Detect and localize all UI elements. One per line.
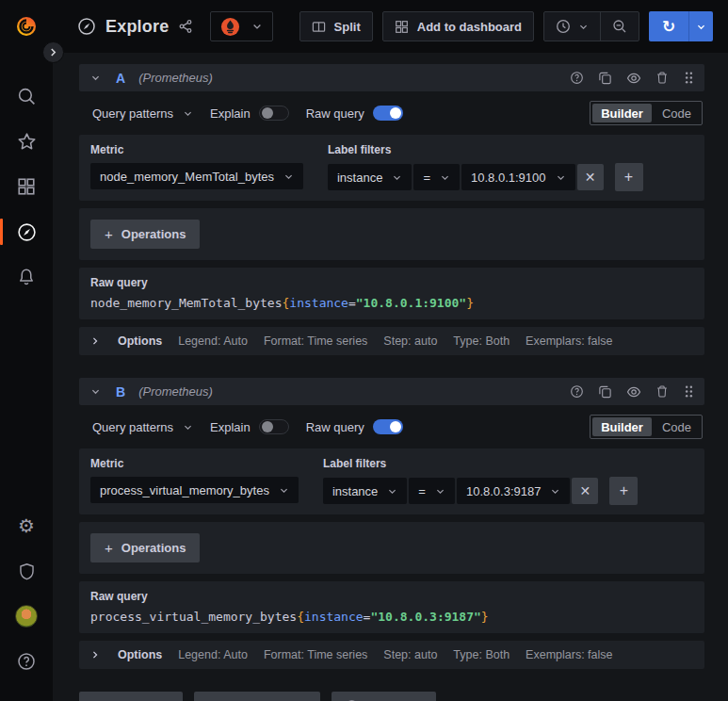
options-collapsed-row-a[interactable]: Options Legend: Auto Format: Time series… xyxy=(79,327,704,355)
metric-label: Metric xyxy=(90,143,303,156)
query-help-icon[interactable] xyxy=(570,384,584,399)
remove-filter-button[interactable]: ✕ xyxy=(577,164,604,190)
raw-label: instance xyxy=(289,296,348,310)
remove-filter-button[interactable]: ✕ xyxy=(572,478,598,504)
add-filter-button[interactable]: + xyxy=(609,477,638,505)
sidebar-item-profile[interactable] xyxy=(0,594,53,639)
explore-main-panel: A (Prometheus) xyxy=(53,53,728,701)
builder-mode-button[interactable]: Builder xyxy=(592,104,652,122)
sidebar-item-starred[interactable] xyxy=(0,119,53,164)
filter-value: 10.8.0.1:9100 xyxy=(471,171,546,185)
bell-icon xyxy=(17,268,36,286)
explain-switch[interactable] xyxy=(259,419,289,434)
duplicate-query-icon[interactable] xyxy=(598,71,612,85)
filter-operator-select[interactable]: = xyxy=(413,164,460,190)
sidebar-item-configuration[interactable]: ⚙ xyxy=(0,503,53,548)
raw-brace-close: } xyxy=(481,610,489,624)
drag-handle-icon[interactable] xyxy=(683,71,695,85)
builder-mode-button[interactable]: Builder xyxy=(592,417,652,436)
zoom-out-button[interactable] xyxy=(601,12,639,41)
time-picker-button[interactable] xyxy=(544,12,600,41)
add-to-dashboard-button[interactable]: Add to dashboard xyxy=(382,11,534,41)
options-format: Format: Time series xyxy=(264,648,367,661)
chevron-down-icon xyxy=(387,486,397,497)
grafana-logo[interactable] xyxy=(0,14,53,39)
raw-value: "10.8.0.1:9100" xyxy=(356,296,466,310)
filter-label-value: instance xyxy=(332,484,378,498)
raw-query-switch[interactable] xyxy=(373,419,403,434)
query-patterns-dropdown[interactable]: Query patterns xyxy=(92,106,193,121)
add-query-button[interactable]: + Add query xyxy=(79,692,183,701)
datasource-picker[interactable] xyxy=(210,11,273,41)
metric-select[interactable]: process_virtual_memory_bytes xyxy=(90,477,299,503)
hide-response-eye-icon[interactable] xyxy=(626,71,641,86)
editor-mode-switch: Builder Code xyxy=(590,101,703,125)
query-header-a[interactable]: A (Prometheus) xyxy=(79,64,704,91)
refresh-interval-dropdown[interactable] xyxy=(688,11,713,41)
editor-mode-switch: Builder Code xyxy=(590,415,703,439)
add-operation-button[interactable]: + Operations xyxy=(90,220,200,249)
raw-query-toggle[interactable]: Raw query xyxy=(306,419,403,434)
query-history-button[interactable]: ↺ Query history xyxy=(194,692,320,701)
sidebar-expand-button[interactable] xyxy=(42,41,64,63)
share-icon[interactable] xyxy=(178,19,193,34)
drag-handle-icon[interactable] xyxy=(683,384,695,399)
inspector-button[interactable]: Inspector xyxy=(332,692,436,701)
operations-section-b: + Operations xyxy=(79,522,704,574)
split-icon xyxy=(312,20,326,34)
query-editor-row-b: B (Prometheus) xyxy=(79,378,704,669)
sidebar-item-dashboards[interactable] xyxy=(0,164,53,209)
filter-value-select[interactable]: 10.8.0.1:9100 xyxy=(461,164,575,190)
add-filter-button[interactable]: + xyxy=(615,163,643,191)
filter-operator-value: = xyxy=(423,171,430,185)
raw-metric: node_memory_MemTotal_bytes xyxy=(90,296,283,310)
shield-icon xyxy=(18,562,36,580)
sidebar-item-search[interactable] xyxy=(0,73,53,119)
sidebar-item-help[interactable] xyxy=(0,639,53,684)
metric-select[interactable]: node_memory_MemTotal_bytes xyxy=(90,163,303,189)
filter-operator-select[interactable]: = xyxy=(409,478,455,504)
remove-query-trash-icon[interactable] xyxy=(655,384,669,399)
raw-query-title: Raw query xyxy=(90,276,693,289)
explain-switch[interactable] xyxy=(259,106,289,121)
split-button[interactable]: Split xyxy=(299,11,373,41)
code-mode-button[interactable]: Code xyxy=(654,417,700,436)
query-toolbar-b: Query patterns Explain Raw query Builder… xyxy=(92,415,703,439)
explain-label: Explain xyxy=(210,420,251,434)
filter-value-select[interactable]: 10.8.0.3:9187 xyxy=(457,478,571,504)
metric-value: node_memory_MemTotal_bytes xyxy=(100,170,274,184)
query-patterns-dropdown[interactable]: Query patterns xyxy=(92,420,193,434)
collapse-chevron-icon[interactable] xyxy=(90,73,101,83)
sidebar-item-server-admin[interactable] xyxy=(0,548,53,594)
explain-toggle[interactable]: Explain xyxy=(210,106,289,121)
chevron-down-icon xyxy=(440,172,450,183)
options-type: Type: Both xyxy=(453,648,510,661)
query-help-icon[interactable] xyxy=(570,71,584,85)
hide-response-eye-icon[interactable] xyxy=(626,384,641,399)
sidebar-item-explore[interactable] xyxy=(0,209,53,254)
explain-toggle[interactable]: Explain xyxy=(210,419,289,434)
options-collapsed-row-b[interactable]: Options Legend: Auto Format: Time series… xyxy=(79,641,704,669)
query-datasource-hint: (Prometheus) xyxy=(138,384,213,399)
add-operation-button[interactable]: + Operations xyxy=(90,533,200,562)
filter-label-select[interactable]: instance xyxy=(328,164,412,190)
help-circle-icon xyxy=(17,652,36,671)
code-mode-button[interactable]: Code xyxy=(654,104,700,122)
collapse-chevron-icon[interactable] xyxy=(90,386,101,397)
user-avatar xyxy=(15,605,38,628)
plus-icon: + xyxy=(105,540,113,556)
raw-metric: process_virtual_memory_bytes xyxy=(90,610,297,624)
raw-query-switch[interactable] xyxy=(373,106,403,121)
sidebar-item-alerting[interactable] xyxy=(0,254,53,300)
chevron-down-icon xyxy=(283,171,294,182)
remove-query-trash-icon[interactable] xyxy=(655,71,669,85)
duplicate-query-icon[interactable] xyxy=(598,384,612,399)
filter-label-select[interactable]: instance xyxy=(323,478,407,504)
query-header-b[interactable]: B (Prometheus) xyxy=(79,378,704,405)
raw-query-toggle[interactable]: Raw query xyxy=(306,106,403,121)
query-editor-row-a: A (Prometheus) xyxy=(79,64,704,355)
filter-operator-value: = xyxy=(418,484,426,498)
options-exemplars: Exemplars: false xyxy=(526,648,612,661)
refresh-icon[interactable]: ↻ xyxy=(649,11,688,41)
chevron-right-icon xyxy=(90,650,100,660)
